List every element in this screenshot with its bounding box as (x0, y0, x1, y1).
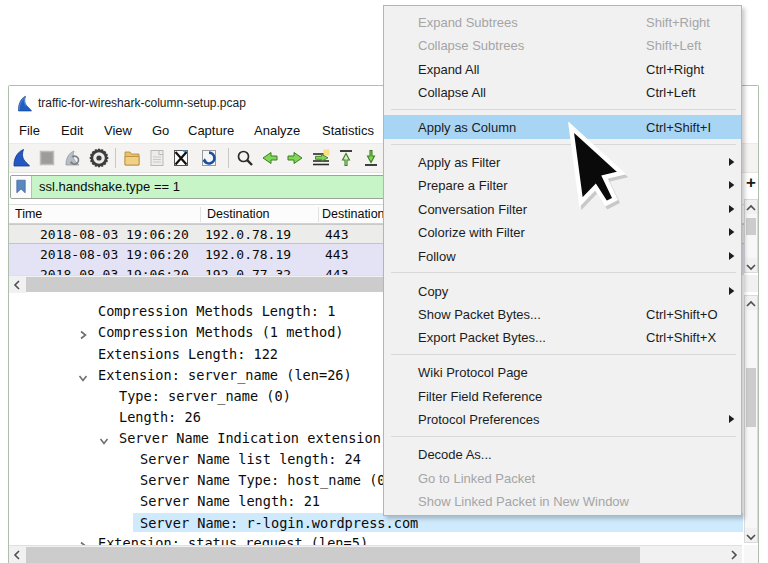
menu-item-filter-field-reference[interactable]: Filter Field Reference (384, 384, 741, 407)
menubar-item-capture[interactable]: Capture (188, 118, 234, 143)
reload-file-icon (199, 148, 219, 168)
collapsed-twisty[interactable] (78, 327, 88, 337)
menu-item-prepare-a-filter[interactable]: Prepare a Filter (384, 174, 741, 197)
submenu-arrow-icon (728, 283, 735, 298)
menu-item-label: Export Packet Bytes... (418, 330, 546, 345)
open-file-button[interactable] (122, 148, 142, 168)
start-capture-button[interactable] (11, 148, 31, 168)
filter-add-button[interactable]: + (743, 175, 759, 191)
menu-item-show-packet-bytes[interactable]: Show Packet Bytes...Ctrl+Shift+O (384, 302, 741, 325)
expanded-twisty[interactable] (99, 433, 109, 443)
menubar-item-view[interactable]: View (104, 118, 132, 143)
close-capture-icon (171, 148, 191, 168)
vscroll-thumb[interactable] (746, 218, 756, 235)
cell-port: 443 (325, 226, 348, 241)
filter-bookmark-button[interactable] (11, 176, 32, 198)
scroll-up-button[interactable] (745, 296, 757, 310)
cell-time: 2018-08-03 19:06:20 (40, 226, 189, 241)
menu-item-apply-as-filter[interactable]: Apply as Filter (384, 150, 741, 173)
menu-item-conversation-filter[interactable]: Conversation Filter (384, 197, 741, 220)
menu-item-expand-all[interactable]: Expand AllCtrl+Right (384, 57, 741, 80)
submenu-triangle-icon (728, 228, 735, 237)
save-file-button[interactable] (147, 148, 167, 168)
detail-vscrollbar[interactable] (744, 295, 758, 543)
detail-hscrollbar[interactable] (9, 545, 742, 563)
restart-capture-button[interactable] (63, 148, 83, 168)
stop-capture-button[interactable] (37, 148, 57, 168)
submenu-triangle-icon (728, 204, 735, 213)
go-forward-button[interactable] (285, 148, 305, 168)
menu-item-decode-as[interactable]: Decode As... (384, 443, 741, 466)
column-divider[interactable] (200, 207, 201, 222)
menu-item-label: Collapse All (418, 85, 486, 100)
submenu-arrow-icon (728, 178, 735, 193)
menubar-item-edit[interactable]: Edit (61, 118, 83, 143)
close-capture-button[interactable] (171, 148, 191, 168)
detail-tree-text: Server Name list length: 24 (140, 451, 361, 467)
scroll-down-button[interactable] (745, 258, 757, 272)
menu-separator (384, 104, 741, 116)
go-back-button[interactable] (260, 148, 280, 168)
hscroll-thumb[interactable] (26, 547, 640, 563)
menu-item-shortcut: Ctrl+Left (646, 85, 696, 100)
down-arrow-icon (745, 261, 757, 273)
menubar-item-go[interactable]: Go (152, 118, 169, 143)
vscroll-thumb[interactable] (746, 368, 756, 427)
reload-file-button[interactable] (199, 148, 219, 168)
capture-options-button[interactable] (89, 148, 109, 168)
menu-item-label: Expand All (418, 61, 479, 76)
menu-item-colorize-with-filter[interactable]: Colorize with Filter (384, 221, 741, 244)
capture-options-icon (89, 148, 109, 168)
scroll-left-button[interactable] (9, 546, 26, 563)
packet-list-vscrollbar[interactable] (744, 199, 758, 273)
menu-item-copy[interactable]: Copy (384, 279, 741, 302)
go-last-packet-button[interactable] (361, 148, 381, 168)
left-arrow-icon (12, 279, 24, 291)
cell-destination: 192.0.78.19 (205, 226, 291, 241)
menubar-item-analyze[interactable]: Analyze (254, 118, 300, 143)
submenu-triangle-icon (728, 157, 735, 166)
menu-item-label: Apply as Filter (418, 154, 500, 169)
go-to-packet-button[interactable] (311, 148, 331, 168)
scroll-up-button[interactable] (745, 200, 757, 214)
expanded-twisty-icon (78, 373, 88, 383)
menu-item-label: Prepare a Filter (418, 178, 508, 193)
menu-item-label: Collapse Subtrees (418, 38, 524, 53)
go-back-icon (260, 148, 280, 168)
menu-item-label: Expand Subtrees (418, 14, 518, 29)
detail-tree-row[interactable]: Extension: status_request (len=5) (98, 533, 743, 545)
scroll-right-button[interactable] (725, 546, 742, 563)
scroll-left-button[interactable] (9, 276, 26, 293)
display-filter-input[interactable]: ssl.handshake.type == 1 (39, 176, 180, 198)
find-packet-button[interactable] (235, 148, 255, 168)
menu-item-wiki-protocol-page[interactable]: Wiki Protocol Page (384, 361, 741, 384)
detail-tree-text: Server Name: r-login.wordpress.com (140, 515, 418, 531)
detail-tree-text: Extension: server_name (len=26) (98, 367, 352, 383)
column-header-destination[interactable]: Destination (207, 205, 270, 225)
menu-item-collapse-all[interactable]: Collapse AllCtrl+Left (384, 80, 741, 103)
menubar-item-statistics[interactable]: Statistics (322, 118, 374, 143)
menu-item-export-packet-bytes[interactable]: Export Packet Bytes...Ctrl+Shift+X (384, 326, 741, 349)
menu-item-follow[interactable]: Follow (384, 244, 741, 267)
menu-item-apply-as-column[interactable]: Apply as ColumnCtrl+Shift+I (384, 115, 741, 138)
column-header-time[interactable]: Time (15, 205, 42, 225)
stop-capture-icon (37, 148, 57, 168)
column-divider[interactable] (318, 207, 319, 222)
menubar-item-file[interactable]: File (19, 118, 40, 143)
detail-tree-text: Server Name length: 21 (140, 493, 320, 509)
detail-tree-text: Length: 26 (119, 409, 201, 425)
go-last-packet-icon (361, 148, 381, 168)
detail-tree-row[interactable]: Server Name: r-login.wordpress.com (133, 513, 743, 532)
menu-item-label: Decode As... (418, 447, 492, 462)
menu-item-label: Protocol Preferences (418, 412, 539, 427)
menu-item-label: Follow (418, 248, 456, 263)
expanded-twisty[interactable] (78, 370, 88, 380)
save-file-icon (147, 148, 167, 168)
menu-separator (384, 431, 741, 443)
scroll-down-button[interactable] (745, 528, 757, 542)
menu-item-protocol-preferences[interactable]: Protocol Preferences (384, 408, 741, 431)
go-first-packet-button[interactable] (336, 148, 356, 168)
cell-time: 2018-08-03 19:06:20 (40, 266, 189, 275)
menu-item-shortcut: Shift+Right (646, 14, 710, 29)
menu-item-label: Show Linked Packet in New Window (418, 494, 629, 509)
